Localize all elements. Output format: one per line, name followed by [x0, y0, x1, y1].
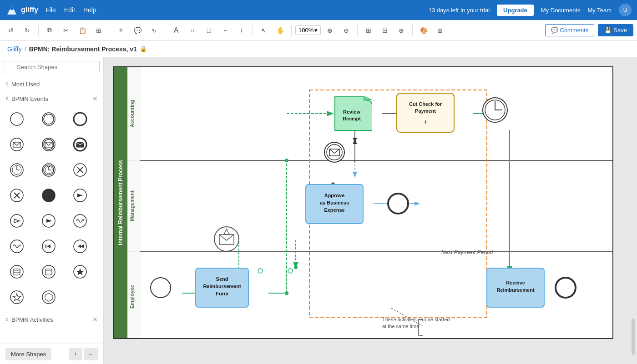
scroll-handle[interactable]	[632, 319, 635, 355]
svg-point-103	[324, 142, 344, 162]
timer-event-shape[interactable]	[481, 96, 509, 124]
color-picker-button[interactable]: 🎨	[416, 23, 431, 38]
rect-tool[interactable]: □	[202, 23, 216, 38]
shape-error-event[interactable]	[5, 184, 28, 207]
receive-reimbursement-shape[interactable]: Receive Reimbursement	[486, 267, 545, 308]
shape-message-start[interactable]	[5, 133, 28, 156]
zoom-in-button[interactable]: ⊕	[323, 23, 337, 38]
shape-wave-2[interactable]	[5, 235, 28, 258]
shape-arrow-right[interactable]	[69, 184, 91, 207]
cut-button[interactable]: ✂	[59, 23, 73, 38]
nav-help[interactable]: Help	[83, 6, 96, 14]
nav-edit[interactable]: Edit	[64, 6, 75, 14]
svg-marker-57	[45, 293, 52, 301]
shape-list-2[interactable]	[37, 260, 60, 283]
shape-rewind[interactable]	[37, 235, 60, 258]
bpmn-activities-section-header: ⠿ BPMN Activities ✕	[0, 312, 103, 327]
toolbar-separator-7	[412, 25, 413, 36]
shape-timer-intermediate[interactable]	[37, 159, 60, 181]
toolbar-separator-1	[38, 25, 39, 36]
select-tool[interactable]: ↖	[257, 23, 271, 38]
canvas-area[interactable]: Internal Reimbursement Process Accountin…	[104, 57, 637, 364]
shape-message-end[interactable]	[69, 133, 91, 156]
shape-hexagon[interactable]	[37, 286, 60, 309]
lock-icon[interactable]: 🔒	[140, 45, 147, 52]
note-tool[interactable]: 💬	[130, 23, 145, 38]
redo-button[interactable]: ↻	[20, 23, 35, 38]
line-tool[interactable]: ⌐	[218, 23, 233, 38]
svg-text:Payment: Payment	[415, 108, 436, 114]
svg-point-38	[10, 240, 23, 253]
zoom-control[interactable]: 100% ▾	[295, 25, 321, 35]
shape-start-event[interactable]	[5, 108, 28, 130]
upgrade-button[interactable]: Upgrade	[497, 5, 534, 16]
review-receipt-shape[interactable]: Review Receipt	[331, 96, 372, 133]
copy-button[interactable]: ⧉	[42, 23, 57, 38]
shape-star-outline[interactable]	[5, 286, 28, 309]
zoom-chevron: ▾	[314, 27, 318, 34]
shape-list[interactable]	[5, 260, 28, 283]
shape-end-event[interactable]	[69, 108, 91, 130]
zoom-out-button[interactable]: ⊖	[339, 23, 354, 38]
my-team-link[interactable]: My Team	[588, 7, 612, 14]
sidebar-collapse-left[interactable]: ←	[84, 348, 98, 360]
svg-text:as Business: as Business	[320, 200, 349, 205]
duplicate-button[interactable]: ⊞	[91, 23, 106, 38]
my-documents-link[interactable]: My Documents	[541, 7, 581, 14]
shapes-grid	[0, 106, 103, 312]
next-payment-label: Next Payment Period	[441, 249, 493, 255]
svg-text:Expense: Expense	[324, 207, 344, 213]
distribute-button[interactable]: ⊕	[394, 23, 409, 38]
comment-icon: 💬	[551, 27, 558, 34]
svg-point-1	[10, 6, 14, 10]
bpmn-events-close[interactable]: ✕	[92, 95, 98, 102]
send-form-shape[interactable]: Send Reimbursement Form	[195, 267, 249, 308]
search-input[interactable]	[4, 61, 100, 73]
message-event-management[interactable]	[213, 225, 240, 253]
shape-arrow-outline[interactable]	[5, 209, 28, 232]
svg-text:Reimbursement: Reimbursement	[203, 284, 241, 289]
save-button[interactable]: 💾 Save	[598, 24, 633, 36]
connect-tool[interactable]: ⌗	[114, 23, 128, 38]
ellipse-tool[interactable]: ○	[185, 23, 200, 38]
layers-button[interactable]: ⊞	[433, 23, 447, 38]
shape-wave[interactable]	[69, 209, 91, 232]
comments-button[interactable]: 💬 Comments	[545, 24, 595, 36]
section-dots: ⠿	[5, 82, 9, 87]
shape-timer-start[interactable]	[5, 159, 28, 181]
sidebar-collapse-up[interactable]: ↑	[69, 348, 82, 360]
shape-message-intermediate[interactable]	[37, 133, 60, 156]
svg-point-123	[556, 278, 576, 298]
logo-text: gliffy	[21, 6, 38, 14]
shape-star-filled[interactable]	[69, 260, 91, 283]
avatar[interactable]: U	[619, 4, 632, 16]
message-intermediate-accounting[interactable]	[323, 141, 346, 164]
approve-expense-shape[interactable]: Approve as Business Expense	[305, 184, 364, 224]
shape-intermediate-event[interactable]	[37, 108, 60, 130]
align-button[interactable]: ⊟	[378, 23, 392, 38]
logo[interactable]: gliffy	[5, 4, 38, 16]
svg-text:Receive: Receive	[506, 280, 525, 285]
breadcrumb-root[interactable]: Gliffy	[7, 45, 22, 53]
start-event-employee[interactable]	[149, 276, 172, 299]
svg-marker-53	[76, 268, 84, 275]
bpmn-activities-close[interactable]: ✕	[92, 316, 98, 323]
text-tool[interactable]: A	[169, 23, 183, 38]
shape-circle-arrow[interactable]	[37, 209, 60, 232]
more-shapes-button[interactable]: More Shapes	[5, 348, 51, 360]
end-event-employee[interactable]	[554, 276, 577, 299]
diagonal-tool[interactable]: /	[234, 23, 249, 38]
grid-button[interactable]: ⊞	[361, 23, 376, 38]
svg-marker-43	[78, 244, 81, 248]
shape-double-rewind[interactable]	[69, 235, 91, 258]
freeform-tool[interactable]: ∿	[147, 23, 161, 38]
intermediate-circle-management[interactable]	[387, 192, 410, 215]
nav-file[interactable]: File	[46, 6, 56, 14]
shape-filled-event[interactable]	[37, 184, 60, 207]
shape-cancel-event[interactable]	[69, 159, 91, 181]
pan-tool[interactable]: ✋	[273, 23, 288, 38]
paste-button[interactable]: 📋	[75, 23, 90, 38]
cut-check-shape[interactable]: Cut Check for Payment +	[396, 92, 455, 138]
undo-button[interactable]: ↺	[4, 23, 18, 38]
breadcrumb-title: BPMN: Reimbursement Process, v1	[29, 45, 137, 53]
